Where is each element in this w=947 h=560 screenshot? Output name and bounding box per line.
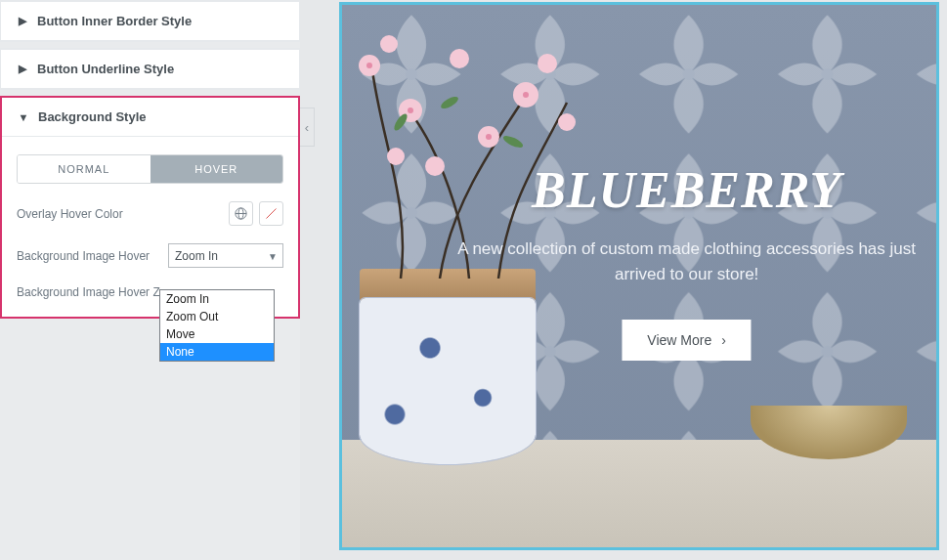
background-style-body: Normal Hover Overlay Hover Color: [2, 137, 298, 317]
accordion-label: Button Inner Border Style: [37, 14, 192, 28]
button-label: View More: [647, 332, 711, 348]
tab-hover[interactable]: Hover: [151, 155, 283, 183]
accordion-button-underline[interactable]: ▶ Button Underline Style: [1, 49, 299, 89]
preview-frame[interactable]: BLUEBERRY A new collection of custom mad…: [339, 2, 939, 550]
dropdown-option-zoom-out[interactable]: Zoom Out: [160, 308, 274, 325]
accordion-background-style[interactable]: ▼ Background Style: [2, 98, 298, 137]
caret-down-icon: ▼: [17, 111, 30, 123]
svg-line-2: [267, 209, 277, 219]
collapse-sidebar-button[interactable]: ‹: [300, 108, 315, 147]
caret-right-icon: ▶: [16, 15, 29, 27]
caret-right-icon: ▶: [16, 63, 29, 75]
label-bg-image-hover-z: Background Image Hover Z: [17, 285, 160, 299]
chevron-down-icon: ▼: [268, 250, 278, 261]
label-overlay-hover-color: Overlay Hover Color: [17, 207, 123, 221]
preview-canvas: BLUEBERRY A new collection of custom mad…: [339, 0, 947, 560]
settings-sidebar: ▶ Button Inner Border Style ▶ Button Und…: [0, 0, 300, 560]
no-color-icon[interactable]: [259, 201, 283, 226]
accordion-label: Button Underline Style: [37, 62, 174, 76]
label-bg-image-hover: Background Image Hover: [17, 249, 150, 263]
dropdown-option-none[interactable]: None: [160, 343, 274, 361]
overlay-hover-color-control: [229, 201, 283, 226]
select-value: Zoom In: [175, 249, 218, 263]
hero-content: BLUEBERRY A new collection of custom mad…: [449, 161, 924, 361]
globe-icon[interactable]: [229, 201, 253, 226]
tab-normal[interactable]: Normal: [18, 155, 151, 183]
bg-image-hover-dropdown: Zoom In Zoom Out Move None: [159, 289, 275, 362]
hero-subtitle: A new collection of custom made clothing…: [449, 237, 924, 286]
accordion-label: Background Style: [38, 109, 147, 124]
chevron-right-icon: ›: [721, 332, 726, 348]
bg-image-hover-select[interactable]: Zoom In ▼: [168, 243, 283, 268]
accordion-button-inner-border[interactable]: ▶ Button Inner Border Style: [1, 1, 299, 41]
hero-title: BLUEBERRY: [449, 161, 924, 219]
background-style-panel-highlight: ▼ Background Style Normal Hover Overlay …: [0, 96, 300, 319]
dropdown-option-move[interactable]: Move: [160, 325, 274, 343]
view-more-button[interactable]: View More ›: [622, 320, 752, 361]
chevron-left-icon: ‹: [305, 120, 309, 135]
state-tabs: Normal Hover: [17, 154, 283, 184]
dropdown-option-zoom-in[interactable]: Zoom In: [160, 290, 274, 308]
